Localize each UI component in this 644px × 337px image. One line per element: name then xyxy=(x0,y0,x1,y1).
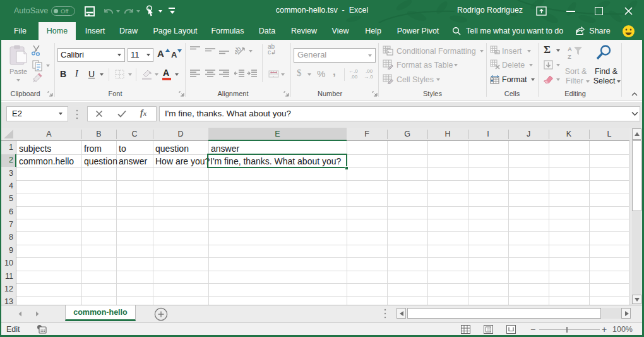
svg-text:A: A xyxy=(568,46,572,52)
svg-text:Z: Z xyxy=(568,53,571,60)
